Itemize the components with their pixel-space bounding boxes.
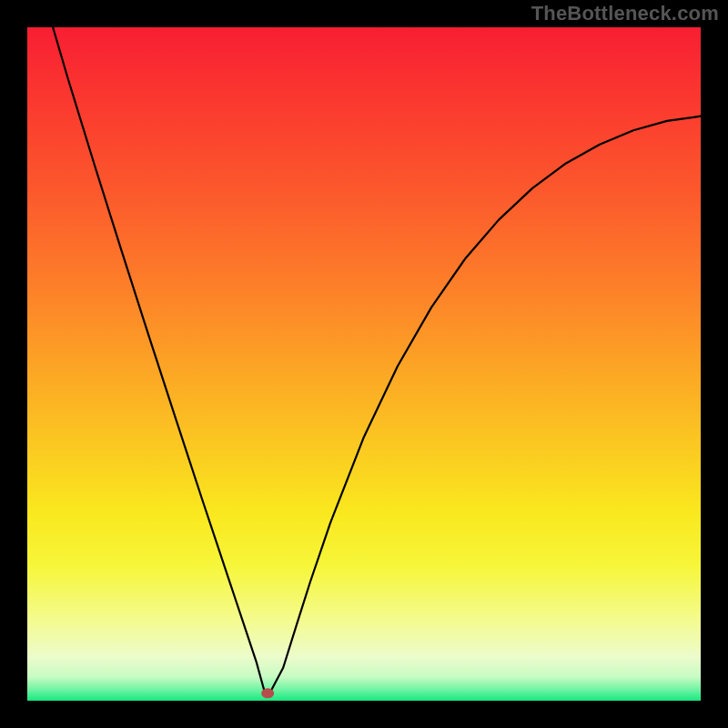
chart-svg — [27, 27, 701, 701]
gradient-background — [27, 27, 701, 701]
plot-area — [27, 27, 701, 701]
minimum-marker — [261, 688, 274, 698]
watermark-text: TheBottleneck.com — [531, 2, 719, 25]
chart-frame: TheBottleneck.com — [0, 0, 728, 728]
